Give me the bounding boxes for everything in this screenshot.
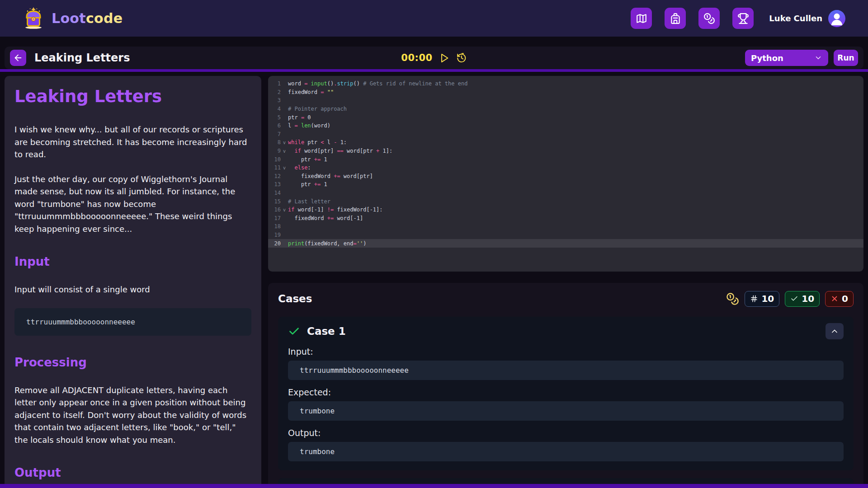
- line-number: 13: [268, 181, 281, 188]
- editor-line[interactable]: 17 fixedWord += word[-1]: [268, 214, 863, 223]
- editor-line[interactable]: 9v if word[ptr] == word[ptr + 1]:: [268, 147, 863, 155]
- case-field-value: trumbone: [288, 442, 844, 461]
- fold-marker: [281, 201, 288, 202]
- line-number: 20: [268, 240, 281, 247]
- code-editor[interactable]: 1word = input().strip() # Gets rid of ne…: [268, 76, 863, 272]
- x-icon: [830, 295, 839, 303]
- user-menu[interactable]: Luke Cullen: [769, 10, 845, 27]
- fold-marker: [281, 109, 288, 109]
- map-nav-button[interactable]: [631, 8, 652, 29]
- case-field-label: Expected:: [288, 387, 844, 397]
- person-icon: [828, 10, 845, 27]
- code-text: else:: [288, 164, 311, 171]
- coins-icon: [726, 292, 739, 305]
- code-text: fixedWord += word[ptr]: [288, 173, 373, 179]
- passed-cases-badge[interactable]: 10: [785, 291, 820, 307]
- editor-line[interactable]: 13 ptr += 1: [268, 180, 863, 189]
- case-field-value: trumbone: [288, 401, 844, 421]
- line-number: 11: [268, 164, 281, 171]
- bottom-border: [0, 484, 868, 488]
- editor-line[interactable]: 8vwhile ptr < l - 1:: [268, 138, 863, 147]
- brand-code: code: [86, 10, 123, 26]
- editor-line[interactable]: 11v else:: [268, 164, 863, 172]
- section-code-block: ttrruuummmbbbooooonneeeee: [14, 308, 251, 336]
- case-field-value: ttrruuummmbbbooooonneeeee: [288, 361, 844, 380]
- line-number: 5: [268, 114, 281, 121]
- treasure-chest-icon: [22, 7, 45, 30]
- code-text: while ptr < l - 1:: [288, 139, 347, 145]
- problem-title: Leaking Letters: [14, 87, 251, 106]
- line-number: 14: [268, 190, 281, 196]
- avatar[interactable]: [828, 10, 845, 27]
- line-number: 10: [268, 156, 281, 163]
- line-number: 2: [268, 89, 281, 95]
- back-button[interactable]: [10, 50, 26, 66]
- code-text: # Pointer approach: [288, 106, 347, 112]
- line-number: 15: [268, 198, 281, 205]
- language-select[interactable]: Python: [745, 50, 828, 66]
- total-cases-badge[interactable]: 10: [745, 291, 779, 307]
- fold-marker: [281, 159, 288, 160]
- fold-marker: [281, 84, 288, 84]
- code-text: # Last letter: [288, 198, 330, 205]
- editor-line[interactable]: 14: [268, 189, 863, 197]
- brand-logo[interactable]: Lootcode: [22, 7, 123, 30]
- top-navbar: Lootcode Luke Cullen: [0, 0, 868, 37]
- timer-play-button[interactable]: [439, 53, 450, 63]
- line-number: 4: [268, 106, 281, 112]
- fold-marker: [281, 92, 288, 92]
- user-name: Luke Cullen: [769, 14, 822, 23]
- line-number: 3: [268, 97, 281, 103]
- chevron-up-icon: [830, 327, 839, 336]
- page-title: Leaking Letters: [34, 52, 130, 64]
- problem-description-panel: Leaking Letters I wish we knew why... bu…: [5, 76, 261, 488]
- hash-icon: [750, 295, 758, 303]
- editor-line[interactable]: 12 fixedWord += word[ptr]: [268, 172, 863, 181]
- editor-line[interactable]: 1word = input().strip() # Gets rid of ne…: [268, 80, 863, 88]
- editor-line[interactable]: 7: [268, 130, 863, 139]
- coins-nav-button[interactable]: [698, 8, 720, 29]
- problem-paragraph: I wish we knew why... but all of our rec…: [14, 123, 251, 161]
- editor-line[interactable]: 18: [268, 222, 863, 231]
- editor-line[interactable]: 19: [268, 231, 863, 239]
- problem-header-bar: Leaking Letters 00:00 Python Run: [5, 47, 863, 69]
- fold-marker: v: [281, 140, 288, 145]
- fold-marker: v: [281, 165, 288, 170]
- case-field-label: Output:: [288, 428, 844, 438]
- line-number: 17: [268, 215, 281, 221]
- line-number: 7: [268, 131, 281, 137]
- code-text: l = len(word): [288, 122, 330, 129]
- editor-line[interactable]: 10 ptr += 1: [268, 155, 863, 164]
- editor-line[interactable]: 20print(fixedWord, end=''): [268, 239, 863, 248]
- brand-name: Lootcode: [52, 10, 123, 26]
- trophy-nav-button[interactable]: [732, 8, 754, 29]
- case-toggle-button[interactable]: [826, 323, 844, 339]
- editor-line[interactable]: 16vif word[-1] != fixedWord[-1]:: [268, 206, 863, 214]
- line-number: 1: [268, 80, 281, 87]
- header-divider: [0, 69, 868, 72]
- problem-paragraph: Just the other day, our copy of Wiggleth…: [14, 173, 251, 235]
- editor-line[interactable]: 6l = len(word): [268, 122, 863, 130]
- code-text: if word[ptr] == word[ptr + 1]:: [288, 148, 392, 154]
- chevron-down-icon: [814, 54, 822, 62]
- code-text: fixedWord = "": [288, 89, 334, 95]
- run-button[interactable]: Run: [834, 50, 858, 66]
- case-header: Case 1: [288, 323, 844, 339]
- passed-cases-count: 10: [802, 293, 814, 304]
- editor-line[interactable]: 15# Last letter: [268, 197, 863, 206]
- editor-line[interactable]: 2fixedWord = "": [268, 88, 863, 97]
- navbar-actions: Luke Cullen: [631, 8, 845, 29]
- failed-cases-badge[interactable]: 0: [825, 291, 854, 307]
- fold-marker: [281, 193, 288, 193]
- editor-line[interactable]: 4# Pointer approach: [268, 105, 863, 113]
- code-text: word = input().strip() # Gets rid of new…: [288, 80, 467, 87]
- backpack-nav-button[interactable]: [665, 8, 686, 29]
- timer-reset-button[interactable]: [457, 53, 467, 63]
- editor-line[interactable]: 5ptr = 0: [268, 113, 863, 122]
- case-field-label: Input:: [288, 347, 844, 357]
- fold-marker: [281, 235, 288, 235]
- play-icon: [439, 53, 450, 63]
- section-heading: Processing: [14, 356, 251, 369]
- language-select-value: Python: [751, 53, 783, 63]
- editor-line[interactable]: 3: [268, 96, 863, 105]
